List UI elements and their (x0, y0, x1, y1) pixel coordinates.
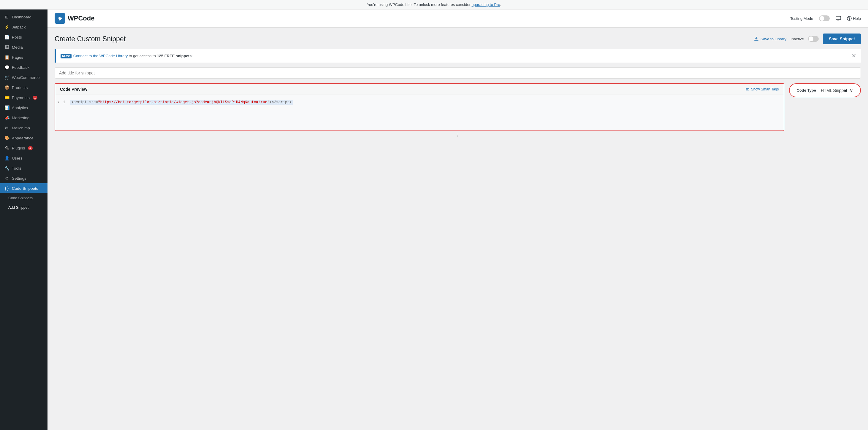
code-type-panel: Code Type HTML Snippet ∨ (789, 83, 861, 97)
plugins-icon: 🔌 (4, 145, 9, 151)
inactive-toggle[interactable] (808, 36, 819, 42)
products-icon: 📦 (4, 85, 9, 90)
sidebar-item-pages[interactable]: 📋 Pages (0, 52, 48, 62)
payments-badge: 1 (33, 96, 37, 100)
sidebar-sub-label: Add Snippet (8, 205, 29, 210)
sidebar-item-label: Products (12, 86, 28, 90)
sidebar-sub-code-snippets[interactable]: Code Snippets (0, 193, 48, 203)
sidebar-item-label: Posts (12, 35, 22, 39)
sidebar-item-payments[interactable]: 💳 Payments 1 (0, 93, 48, 103)
help-button[interactable]: Help (847, 16, 861, 21)
wpcode-logo-text: WPCode (68, 14, 94, 22)
feedback-icon: 💬 (4, 65, 9, 70)
payments-icon: 💳 (4, 95, 9, 100)
save-to-library-label: Save to Library (761, 37, 786, 41)
wpcode-logo-icon (55, 13, 65, 24)
show-smart-tags-button[interactable]: Show Smart Tags (745, 87, 779, 91)
sidebar: ⊞ Dashboard ⚡ Jetpack 📄 Posts 🖼 Media 📋 … (0, 9, 48, 430)
tools-icon: 🔧 (4, 166, 9, 170)
code-snippets-icon: { } (4, 186, 9, 191)
wpcode-header: WPCode Testing Mode Hel (48, 9, 868, 28)
notice-text-prefix: You're using WPCode Lite. To unlock more… (367, 2, 472, 7)
notice-text-suffix: . (500, 2, 501, 7)
fold-arrow: ▼ (58, 101, 59, 104)
sidebar-item-label: WooCommerce (12, 75, 40, 80)
page-title: Create Custom Snippet (55, 35, 126, 43)
code-content[interactable]: <script src="https://bot.targetpilot.ai/… (70, 100, 293, 105)
snippet-title-input[interactable] (55, 67, 861, 78)
appearance-icon: 🎨 (4, 135, 9, 140)
sidebar-item-label: Media (12, 45, 23, 49)
sidebar-item-label: Tools (12, 166, 21, 170)
sidebar-item-label: Mailchimp (12, 126, 30, 130)
jetpack-icon: ⚡ (4, 25, 9, 29)
notice-bar: You're using WPCode Lite. To unlock more… (0, 0, 868, 9)
sidebar-item-jetpack[interactable]: ⚡ Jetpack (0, 22, 48, 32)
sidebar-item-analytics[interactable]: 📊 Analytics (0, 103, 48, 113)
sidebar-item-posts[interactable]: 📄 Posts (0, 32, 48, 42)
sidebar-item-feedback[interactable]: 💬 Feedback (0, 62, 48, 72)
sidebar-item-marketing[interactable]: 📣 Marketing (0, 113, 48, 123)
sidebar-item-appearance[interactable]: 🎨 Appearance (0, 133, 48, 143)
content-area: WPCode Testing Mode Hel (48, 9, 868, 430)
code-preview-box: Code Preview Show Smart Tags ▼ (55, 83, 784, 131)
sidebar-item-label: Pages (12, 55, 23, 60)
library-link[interactable]: Connect to the WPCode Library (73, 54, 128, 58)
sidebar-item-code-snippets[interactable]: { } Code Snippets (0, 183, 48, 193)
users-icon: 👤 (4, 156, 9, 160)
save-snippet-button[interactable]: Save Snippet (823, 34, 861, 44)
new-badge: NEW! (61, 54, 71, 58)
code-preview-title: Code Preview (60, 87, 87, 92)
sidebar-item-settings[interactable]: ⚙ Settings (0, 173, 48, 183)
sidebar-item-media[interactable]: 🖼 Media (0, 42, 48, 52)
code-line: ▼ 1 <script src="https://bot.targetpilot… (58, 100, 779, 105)
upgrade-link[interactable]: upgrading to Pro (472, 2, 500, 7)
settings-icon: ⚙ (4, 176, 9, 180)
notice-close-button[interactable]: ✕ (852, 53, 856, 59)
sidebar-item-label: Code Snippets (12, 186, 38, 191)
sidebar-item-products[interactable]: 📦 Products (0, 82, 48, 93)
sidebar-item-label: Settings (12, 176, 26, 180)
sidebar-item-tools[interactable]: 🔧 Tools (0, 163, 48, 173)
pages-icon: 📋 (4, 55, 9, 60)
code-type-label: Code Type (797, 88, 816, 93)
notice-suffix: ! (192, 54, 193, 58)
plugins-badge: 4 (28, 146, 33, 150)
notice-content: NEW!Connect to the WPCode Library to get… (61, 54, 193, 58)
resize-handle[interactable]: ⋮ (55, 131, 861, 139)
svg-rect-0 (836, 16, 841, 20)
sidebar-item-dashboard[interactable]: ⊞ Dashboard (0, 12, 48, 22)
sidebar-item-label: Marketing (12, 115, 29, 120)
save-to-library-button[interactable]: Save to Library (754, 36, 786, 41)
notice-text: to get access to (128, 54, 157, 58)
posts-icon: 📄 (4, 35, 9, 39)
page-content: Create Custom Snippet Save to Library In… (48, 28, 868, 430)
chevron-down-icon: ∨ (849, 88, 853, 93)
mailchimp-icon: ✉ (4, 126, 9, 130)
sidebar-item-mailchimp[interactable]: ✉ Mailchimp (0, 123, 48, 133)
sidebar-sub-add-snippet[interactable]: Add Snippet (0, 203, 48, 212)
code-type-value: HTML Snippet (821, 88, 847, 93)
monitor-button[interactable] (836, 16, 841, 21)
sidebar-item-woocommerce[interactable]: 🛒 WooCommerce (0, 72, 48, 82)
library-notice: NEW!Connect to the WPCode Library to get… (55, 49, 861, 63)
woocommerce-icon: 🛒 (4, 75, 9, 80)
help-label: Help (853, 16, 861, 21)
page-header: Create Custom Snippet Save to Library In… (55, 34, 861, 44)
sidebar-sub-label: Code Snippets (8, 196, 33, 200)
page-header-actions: Save to Library Inactive Save Snippet (754, 34, 861, 44)
testing-mode-toggle[interactable] (819, 15, 830, 21)
line-controls: ▼ 1 (58, 100, 66, 104)
sidebar-item-label: Dashboard (12, 15, 31, 19)
code-type-select[interactable]: HTML Snippet ∨ (821, 88, 853, 93)
sidebar-item-label: Analytics (12, 106, 28, 110)
dashboard-icon: ⊞ (4, 14, 9, 19)
sidebar-item-plugins[interactable]: 🔌 Plugins 4 (0, 143, 48, 153)
inactive-label: Inactive (790, 37, 804, 41)
code-preview-header: Code Preview Show Smart Tags (55, 84, 784, 95)
line-number: 1 (61, 100, 65, 104)
code-editor-area[interactable]: ▼ 1 <script src="https://bot.targetpilot… (55, 95, 784, 131)
media-icon: 🖼 (4, 45, 9, 49)
sidebar-item-users[interactable]: 👤 Users (0, 153, 48, 163)
marketing-icon: 📣 (4, 115, 9, 120)
